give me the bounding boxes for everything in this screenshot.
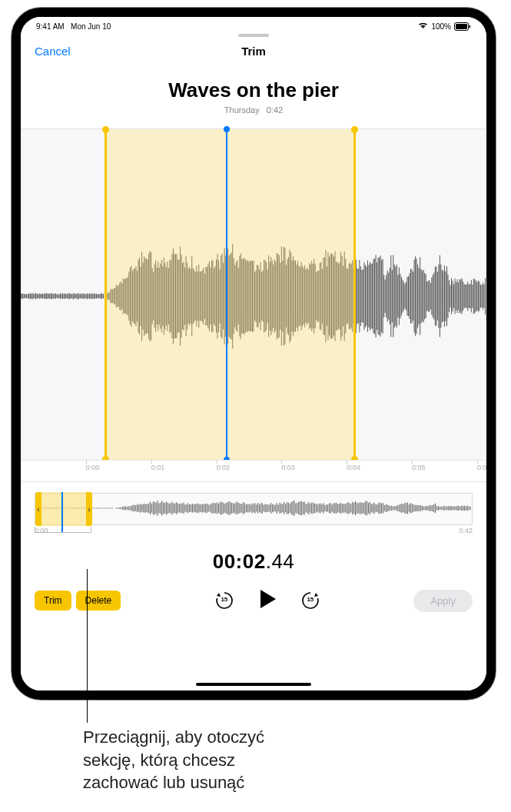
skip-back-label: 15 xyxy=(214,596,234,603)
play-button[interactable] xyxy=(256,587,279,614)
skip-forward-label: 15 xyxy=(300,596,320,603)
status-left: 9:41 AM Mon Jun 10 xyxy=(36,22,111,31)
tick: 0:01 xyxy=(151,464,165,471)
svg-rect-1 xyxy=(456,24,467,29)
ipad-device-frame: 9:41 AM Mon Jun 10 100% Cancel Trim Wave… xyxy=(12,8,496,700)
battery-pct: 100% xyxy=(431,22,451,31)
clock: 9:41 AM xyxy=(36,22,65,31)
overview-handle-left-icon[interactable]: ‹ xyxy=(37,504,40,514)
tick: 0:03 xyxy=(281,464,295,471)
callout-leader xyxy=(87,569,88,723)
skip-back-button[interactable]: 15 xyxy=(214,591,234,611)
trim-handle-left-top[interactable] xyxy=(102,126,109,133)
overview-trim-selection[interactable]: ‹ › xyxy=(35,492,92,526)
overview-labels: 0:00 0:42 xyxy=(35,527,473,537)
screen: 9:41 AM Mon Jun 10 100% Cancel Trim Wave… xyxy=(21,17,486,691)
wifi-icon xyxy=(418,22,428,31)
trim-selection[interactable] xyxy=(105,129,356,460)
skip-forward-button[interactable]: 15 xyxy=(300,591,320,611)
recording-meta: Thursday 0:42 xyxy=(21,105,486,115)
svg-rect-2 xyxy=(470,25,471,28)
waveform-main[interactable]: 0:000:010:020:030:040:050:06 xyxy=(21,128,486,482)
overview-start: 0:00 xyxy=(35,527,48,534)
waveform-overview-graphic xyxy=(35,494,472,523)
nav-bar: Cancel Trim xyxy=(21,37,486,65)
recording-day: Thursday xyxy=(224,105,260,115)
tick: 0:02 xyxy=(217,464,231,471)
playhead[interactable] xyxy=(226,129,227,460)
overview-end: 0:42 xyxy=(459,527,473,534)
cancel-button[interactable]: Cancel xyxy=(35,45,71,58)
recording-header: Waves on the pier Thursday 0:42 xyxy=(21,78,486,115)
current-time: 00:02.44 xyxy=(21,550,486,574)
overview-handle-right-icon[interactable]: › xyxy=(88,504,91,514)
apply-button[interactable]: Apply xyxy=(413,590,473,612)
edit-buttons: Trim Delete xyxy=(35,591,121,611)
recording-title: Waves on the pier xyxy=(21,78,486,102)
recording-duration: 0:42 xyxy=(267,105,283,115)
status-right: 100% xyxy=(418,22,471,31)
tick: 0:04 xyxy=(347,464,360,471)
date: Mon Jun 10 xyxy=(71,22,111,31)
time-main: 00:02 xyxy=(213,550,266,573)
playback-controls: 15 15 xyxy=(214,587,320,614)
controls-row: Trim Delete 15 15 Apply xyxy=(21,574,486,614)
time-frac: .44 xyxy=(266,550,295,573)
battery-icon xyxy=(454,22,471,31)
tick: 0:00 xyxy=(86,464,100,471)
callout-text: Przeciągnij, aby otoczyć sekcję, którą c… xyxy=(83,726,314,794)
waveform-overview[interactable]: ‹ › xyxy=(35,493,473,525)
tick: 0:05 xyxy=(412,464,426,471)
home-indicator[interactable] xyxy=(196,683,311,686)
time-axis: 0:000:010:020:030:040:050:06 xyxy=(21,460,486,481)
tick: 0:06 xyxy=(477,464,491,471)
status-bar: 9:41 AM Mon Jun 10 100% xyxy=(21,17,486,32)
nav-title: Trim xyxy=(241,45,266,58)
delete-button[interactable]: Delete xyxy=(76,591,121,611)
trim-button[interactable]: Trim xyxy=(35,591,71,611)
